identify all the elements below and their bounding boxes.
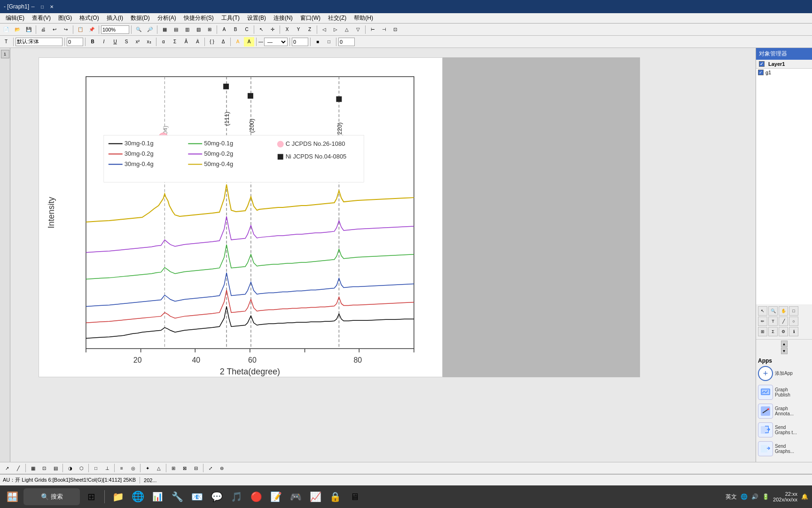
cross-btn[interactable]: ✛	[267, 25, 278, 34]
cursor-btn[interactable]: ↖	[256, 25, 266, 34]
copy-btn[interactable]: 📋	[75, 25, 86, 34]
menu-help[interactable]: 帮助(H)	[350, 13, 377, 23]
menu-edit[interactable]: 编辑(E)	[2, 13, 28, 23]
font-name-input[interactable]: 默认:宋体	[16, 38, 62, 46]
tool-b[interactable]: B	[230, 25, 241, 34]
font-size-input[interactable]: 0	[67, 38, 83, 46]
menu-analysis[interactable]: 分析(A)	[154, 13, 180, 23]
menu-social[interactable]: 社交(Z)	[324, 13, 350, 23]
app7-icon[interactable]: 🎮	[287, 488, 304, 505]
network-icon[interactable]: 🌐	[741, 493, 748, 500]
draw-scatter-btn[interactable]: ⊡	[39, 463, 49, 473]
maximize-button[interactable]: □	[39, 3, 46, 10]
arrow-btn1[interactable]: ◁	[319, 25, 329, 34]
tool-select[interactable]: □	[789, 306, 798, 316]
menu-format[interactable]: 格式(O)	[76, 13, 102, 23]
app-item-graph-annota[interactable]: GraphAnnota...	[758, 404, 810, 419]
tool-script[interactable]: Σ	[768, 327, 778, 336]
save-btn[interactable]: 💾	[23, 25, 34, 34]
draw-polar-btn[interactable]: ✦	[142, 463, 153, 473]
scroll-down-arrow[interactable]: ▼	[781, 348, 788, 354]
arrow-btn3[interactable]: △	[342, 25, 352, 34]
tool-cursor[interactable]: ↖	[758, 306, 767, 316]
scale-btn1[interactable]: ⊢	[367, 25, 378, 34]
origin-icon[interactable]: 📊	[149, 488, 166, 505]
menu-tools[interactable]: 工具(T)	[218, 13, 243, 23]
z-btn[interactable]: Z	[304, 25, 315, 34]
draw-special1[interactable]: ⊞	[168, 463, 179, 473]
view-btn[interactable]: ⊡	[390, 25, 400, 34]
g1-visibility-checkbox[interactable]: ✓	[758, 70, 764, 75]
menu-quick-analysis[interactable]: 快捷分析(S)	[180, 13, 218, 23]
sigma-btn[interactable]: Σ	[170, 37, 180, 47]
graph-btn2[interactable]: ▤	[171, 25, 181, 34]
file-explorer-icon[interactable]: 📁	[109, 488, 126, 505]
print-btn[interactable]: 🖨	[38, 25, 48, 34]
draw-err-btn[interactable]: ⊥	[102, 463, 112, 473]
graph-btn1[interactable]: ▦	[159, 25, 170, 34]
app9-icon[interactable]: 🔒	[327, 488, 344, 505]
tool-text[interactable]: T	[768, 317, 778, 326]
strikethrough-btn[interactable]: S	[121, 37, 132, 47]
volume-icon[interactable]: 🔊	[751, 493, 758, 500]
menu-graph[interactable]: 图(G)	[55, 13, 76, 23]
scale-btn2[interactable]: ⊣	[379, 25, 389, 34]
fill-btn[interactable]: ■	[312, 37, 323, 47]
tool-zoom[interactable]: 🔍	[768, 306, 778, 316]
alpha-btn[interactable]: α	[158, 37, 169, 47]
close-button[interactable]: ✕	[48, 3, 55, 10]
tool-settings[interactable]: ⚙	[779, 327, 788, 336]
zoom-input[interactable]: 100%	[101, 25, 129, 34]
add-app-button[interactable]: + 添加App	[758, 366, 810, 381]
edge-icon[interactable]: 🌐	[129, 488, 146, 505]
color-b-btn[interactable]: A	[244, 37, 254, 47]
layer-visibility-toggle[interactable]: ✓	[759, 61, 765, 67]
scroll-up-arrow[interactable]: ▲	[781, 341, 788, 347]
page-tab-1[interactable]: 1	[1, 50, 9, 58]
y-btn[interactable]: Y	[293, 25, 304, 34]
graph-btn5[interactable]: ⊞	[204, 25, 215, 34]
app8-icon[interactable]: 📈	[307, 488, 324, 505]
minimize-button[interactable]: ─	[29, 3, 37, 10]
line-width-input[interactable]	[292, 38, 308, 46]
graph-btn4[interactable]: ▧	[193, 25, 203, 34]
search-button[interactable]: 🔍 搜索	[23, 488, 80, 505]
italic-btn[interactable]: I	[99, 37, 109, 47]
draw-group[interactable]: ⊜	[217, 463, 227, 473]
draw-bar-btn[interactable]: ▦	[28, 463, 38, 473]
zoom-out-btn[interactable]: 🔎	[145, 25, 155, 34]
notifications[interactable]: 🔔	[801, 493, 808, 500]
draw-resize[interactable]: ⤢	[205, 463, 216, 473]
delta-btn[interactable]: Δ	[218, 37, 228, 47]
draw-ternary-btn[interactable]: △	[154, 463, 164, 473]
arrow-btn2[interactable]: ▷	[330, 25, 341, 34]
draw-special2[interactable]: ⊠	[180, 463, 190, 473]
draw-3d-btn[interactable]: ⬡	[76, 463, 86, 473]
underline-btn[interactable]: U	[110, 37, 120, 47]
line-style-select[interactable]: —	[264, 38, 288, 46]
x-btn[interactable]: X	[282, 25, 292, 34]
tool-c[interactable]: C	[242, 25, 252, 34]
draw-box-btn[interactable]: □	[91, 463, 101, 473]
app-item-send-graphs-1[interactable]: SendGraphs t...	[758, 422, 810, 437]
redo-btn[interactable]: ↪	[61, 25, 71, 34]
graph-btn3[interactable]: ▥	[182, 25, 192, 34]
app3-icon[interactable]: 💬	[208, 488, 225, 505]
menu-insert[interactable]: 插入(I)	[103, 13, 127, 23]
undo-btn[interactable]: ↩	[49, 25, 60, 34]
draw-line-btn[interactable]: ╱	[13, 463, 23, 473]
draw-contour-btn[interactable]: ◎	[128, 463, 138, 473]
keyboard-lang[interactable]: 英文	[726, 493, 737, 501]
color-a-btn[interactable]: A	[233, 37, 243, 47]
new-btn[interactable]: 📄	[1, 25, 11, 34]
menu-settings[interactable]: 设置(B)	[243, 13, 270, 23]
text-mode-btn[interactable]: T	[1, 37, 11, 47]
draw-area-btn[interactable]: ▤	[50, 463, 61, 473]
subscript-btn[interactable]: x₂	[144, 37, 154, 47]
brace-btn[interactable]: { }	[207, 37, 217, 47]
stroke-btn[interactable]: □	[324, 37, 334, 47]
app10-icon[interactable]: 🖥	[346, 488, 363, 505]
menu-data[interactable]: 数据(D)	[127, 13, 154, 23]
app4-icon[interactable]: 🎵	[228, 488, 245, 505]
tool-line[interactable]: ╱	[779, 317, 788, 326]
